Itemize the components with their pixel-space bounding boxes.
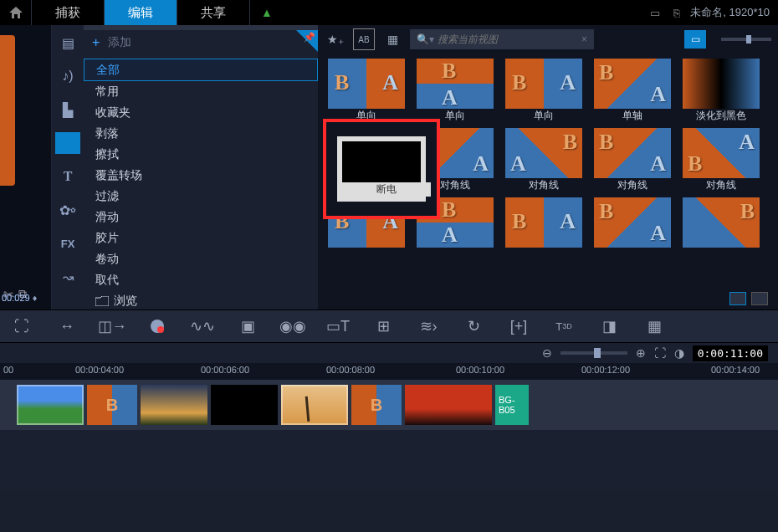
timeline-clip[interactable]: [17, 385, 84, 425]
transition-thumb[interactable]: BA 单向: [505, 59, 582, 123]
contrast-icon[interactable]: ◨: [599, 316, 619, 336]
transition-thumb[interactable]: BA 单向: [417, 59, 494, 123]
search-icon: 🔍▾: [417, 33, 434, 45]
ruler-tick: 00:00:10:00: [456, 365, 504, 375]
category-item[interactable]: 胶片: [84, 228, 318, 248]
thumb-label: 单轴: [594, 109, 671, 123]
thumbnail-size-slider[interactable]: [721, 38, 771, 41]
category-item[interactable]: 滑动: [84, 207, 318, 228]
timeline-bg-clip[interactable]: BG-B05: [495, 385, 529, 425]
timeline-zoom-row: ⊖ ⊕ ⛶ ◑ 0:00:11:00: [0, 343, 778, 363]
ruler-tick: 00:00:04:00: [75, 365, 124, 375]
settings-icon[interactable]: ✿✿: [55, 199, 80, 221]
selected-transition-highlight[interactable]: 断电: [323, 119, 440, 219]
zoom-slider[interactable]: [560, 351, 627, 355]
timeline-toolbar: ⛶ ↔ ◫→ ∿∿ ▣ ◉◉ ▭T ⊞ ≋› ↻ [+] T3D ◨ ▦: [0, 309, 778, 343]
browse-item[interactable]: 浏览: [84, 290, 318, 309]
clear-search-icon[interactable]: ×: [581, 33, 587, 45]
zoom-out-icon[interactable]: ⊖: [542, 346, 552, 360]
transition-thumb[interactable]: BA 单向: [328, 59, 405, 123]
search-box[interactable]: 🔍▾ ×: [410, 29, 594, 49]
tab-share[interactable]: 共享: [177, 0, 250, 25]
monitor-icon: ▭: [691, 33, 700, 45]
overlap-icon[interactable]: ◉◉: [283, 316, 303, 336]
3d-text-icon[interactable]: T3D: [554, 316, 574, 336]
title-tool-icon[interactable]: ▭T: [328, 316, 348, 336]
crop-icon[interactable]: ▣: [238, 316, 258, 336]
transition-thumb[interactable]: 淡化到黑色: [683, 59, 760, 123]
ruler-tick: 00:00:06:00: [201, 365, 249, 375]
category-item[interactable]: 剥落: [84, 123, 318, 144]
expand-rect-icon[interactable]: ⛶: [12, 316, 32, 336]
category-item[interactable]: 擦拭: [84, 144, 318, 165]
category-list-panel: + 添加 📌 全部 常用 收藏夹 剥落 擦拭 覆盖转场 过滤 滑动 胶片 卷动 …: [84, 25, 318, 309]
save-icon[interactable]: ▭: [647, 4, 663, 21]
speed-icon[interactable]: ≋›: [418, 316, 438, 336]
insert-icon[interactable]: ◫→: [102, 316, 122, 336]
grid-view-icon[interactable]: [729, 292, 746, 305]
grid-tool-icon[interactable]: ⊞: [373, 316, 393, 336]
favorite-add-icon[interactable]: ★₊: [325, 28, 346, 50]
fit-icon[interactable]: ⛶: [654, 346, 666, 360]
waveform-icon[interactable]: ∿∿: [192, 316, 212, 336]
category-item[interactable]: 过滤: [84, 186, 318, 207]
tab-edit[interactable]: 编辑: [105, 0, 177, 25]
upload-icon[interactable]: ▲: [250, 0, 284, 25]
search-input[interactable]: [438, 33, 581, 45]
title-icon[interactable]: T: [55, 166, 80, 187]
generator-icon[interactable]: ▙: [55, 99, 80, 120]
record-icon[interactable]: [147, 316, 167, 336]
library-icon[interactable]: ▦: [381, 28, 403, 50]
category-item[interactable]: 常用: [84, 81, 318, 102]
focus-icon[interactable]: [+]: [509, 316, 529, 336]
project-title: 未命名, 1920*10: [690, 5, 770, 20]
preview-timecode: 00:029 ♦: [2, 293, 37, 303]
selected-transition-label: 断电: [342, 182, 431, 197]
timeline-clip[interactable]: [281, 385, 348, 425]
transitions-grid: BA 单向 BA 单向 BA 单向 BA 单轴 淡化到黑色: [318, 54, 778, 309]
transition-thumb[interactable]: BA 对角线: [594, 128, 671, 192]
category-item[interactable]: 卷动: [84, 248, 318, 269]
timeline-clip[interactable]: [405, 385, 492, 425]
ruler-tick: 00:00:08:00: [326, 365, 375, 375]
disk-icon[interactable]: ⎘: [668, 4, 685, 21]
library-tool-column: ▤ ♪) ▙ AB T ✿✿ FX ↝: [52, 25, 84, 309]
add-icon[interactable]: +: [92, 35, 100, 50]
ruler-tick: 00:00:14:00: [711, 365, 760, 375]
fx-icon[interactable]: FX: [55, 233, 80, 254]
transition-thumb[interactable]: BA: [505, 197, 582, 248]
media-icon[interactable]: ▤: [55, 32, 80, 54]
timeline-transition-clip[interactable]: B: [87, 385, 137, 425]
path-icon[interactable]: ↝: [55, 266, 80, 288]
timeline-clip[interactable]: [141, 385, 207, 425]
ab-icon[interactable]: AB: [353, 28, 375, 50]
timeline-ruler[interactable]: 00 00:00:04:00 00:00:06:00 00:00:08:00 0…: [0, 363, 778, 380]
filmstrip-icon[interactable]: ▦: [644, 316, 664, 336]
preview-column: ✄ ⧉: [0, 25, 52, 309]
stretch-h-icon[interactable]: ↔: [57, 316, 77, 336]
timeline-video-track[interactable]: B B BG-B05: [0, 380, 778, 430]
timeline-clip[interactable]: [211, 385, 278, 425]
transition-thumb[interactable]: BA 单轴: [594, 59, 671, 123]
category-item[interactable]: 覆盖转场: [84, 165, 318, 186]
audio-icon[interactable]: ♪): [55, 65, 80, 87]
category-item-all[interactable]: 全部: [84, 59, 318, 81]
transition-thumb[interactable]: AB 对角线: [505, 128, 582, 192]
transition-thumb[interactable]: BA: [594, 197, 671, 248]
category-item[interactable]: 取代: [84, 269, 318, 290]
thumb-label: 对角线: [683, 178, 760, 192]
list-view-icon[interactable]: [751, 292, 768, 305]
transition-thumb[interactable]: BA 对角线: [683, 128, 760, 192]
category-item[interactable]: 收藏夹: [84, 102, 318, 123]
zoom-in-icon[interactable]: ⊕: [636, 346, 646, 360]
home-button[interactable]: [0, 0, 32, 25]
top-tab-bar: 捕获 编辑 共享 ▲ ▭ ⎘ 未命名, 1920*10: [0, 0, 778, 25]
view-mode-button[interactable]: ▭: [684, 30, 706, 49]
rotate-icon[interactable]: ↻: [463, 316, 484, 336]
tab-capture[interactable]: 捕获: [32, 0, 105, 25]
transition-thumb[interactable]: B: [683, 197, 760, 248]
timecode-display[interactable]: 0:00:11:00: [693, 345, 768, 361]
clock-icon[interactable]: ◑: [674, 346, 684, 360]
timeline-transition-clip[interactable]: B: [351, 385, 402, 425]
transitions-tab-icon[interactable]: AB: [55, 132, 80, 154]
